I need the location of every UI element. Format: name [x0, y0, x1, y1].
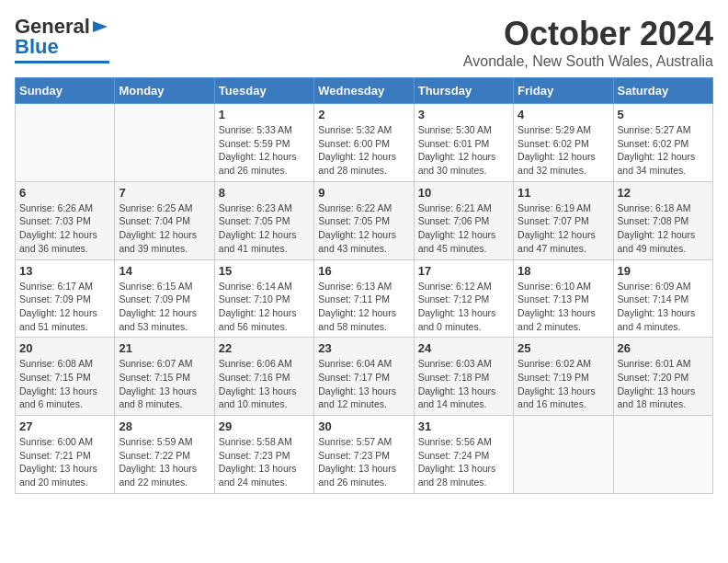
calendar-cell [613, 416, 712, 494]
header-row: Sunday Monday Tuesday Wednesday Thursday… [16, 78, 713, 104]
day-number: 7 [119, 186, 210, 200]
day-number: 6 [19, 186, 110, 200]
calendar-table: Sunday Monday Tuesday Wednesday Thursday… [15, 77, 713, 494]
calendar-cell: 5Sunrise: 5:27 AMSunset: 6:02 PMDaylight… [613, 104, 712, 182]
day-number: 1 [219, 108, 310, 121]
svg-marker-0 [93, 21, 108, 32]
day-number: 25 [518, 341, 609, 355]
day-detail: Sunrise: 6:22 AMSunset: 7:05 PMDaylight:… [318, 201, 409, 256]
day-detail: Sunrise: 5:32 AMSunset: 6:00 PMDaylight:… [318, 123, 409, 178]
day-number: 10 [418, 186, 509, 200]
calendar-cell: 26Sunrise: 6:01 AMSunset: 7:20 PMDayligh… [613, 338, 712, 416]
calendar-cell: 6Sunrise: 6:26 AMSunset: 7:03 PMDaylight… [16, 181, 115, 259]
day-number: 9 [318, 186, 409, 200]
week-row-3: 13Sunrise: 6:17 AMSunset: 7:09 PMDayligh… [16, 259, 713, 338]
calendar-cell: 15Sunrise: 6:14 AMSunset: 7:10 PMDayligh… [214, 259, 313, 338]
day-number: 31 [418, 419, 509, 433]
col-friday: Friday [514, 78, 613, 104]
calendar-cell [16, 104, 115, 182]
day-detail: Sunrise: 5:27 AMSunset: 6:02 PMDaylight:… [618, 123, 709, 178]
day-detail: Sunrise: 5:29 AMSunset: 6:02 PMDaylight:… [518, 123, 609, 178]
calendar-cell [115, 104, 214, 182]
calendar-cell: 30Sunrise: 5:57 AMSunset: 7:23 PMDayligh… [314, 416, 414, 494]
calendar-cell: 28Sunrise: 5:59 AMSunset: 7:22 PMDayligh… [115, 416, 214, 494]
day-detail: Sunrise: 5:33 AMSunset: 5:59 PMDaylight:… [219, 123, 310, 178]
calendar-cell: 24Sunrise: 6:03 AMSunset: 7:18 PMDayligh… [414, 338, 513, 416]
calendar-cell: 16Sunrise: 6:13 AMSunset: 7:11 PMDayligh… [314, 259, 414, 338]
calendar-cell: 7Sunrise: 6:25 AMSunset: 7:04 PMDaylight… [115, 181, 214, 259]
day-detail: Sunrise: 5:58 AMSunset: 7:23 PMDaylight:… [219, 435, 310, 489]
day-number: 4 [518, 108, 609, 121]
calendar-cell: 13Sunrise: 6:17 AMSunset: 7:09 PMDayligh… [16, 259, 115, 338]
day-detail: Sunrise: 6:03 AMSunset: 7:18 PMDaylight:… [418, 357, 509, 411]
calendar-cell: 20Sunrise: 6:08 AMSunset: 7:15 PMDayligh… [16, 338, 115, 416]
day-number: 27 [19, 419, 110, 433]
day-detail: Sunrise: 6:25 AMSunset: 7:04 PMDaylight:… [119, 201, 210, 256]
day-number: 28 [119, 419, 210, 433]
day-number: 17 [418, 264, 509, 278]
week-row-4: 20Sunrise: 6:08 AMSunset: 7:15 PMDayligh… [16, 338, 713, 416]
day-detail: Sunrise: 5:56 AMSunset: 7:24 PMDaylight:… [418, 435, 509, 489]
calendar-cell: 31Sunrise: 5:56 AMSunset: 7:24 PMDayligh… [414, 416, 513, 494]
calendar-cell: 14Sunrise: 6:15 AMSunset: 7:09 PMDayligh… [115, 259, 214, 338]
day-detail: Sunrise: 6:07 AMSunset: 7:15 PMDaylight:… [119, 357, 210, 411]
day-detail: Sunrise: 6:15 AMSunset: 7:09 PMDaylight:… [119, 280, 210, 334]
day-number: 15 [219, 264, 310, 278]
day-number: 22 [219, 341, 310, 355]
day-detail: Sunrise: 6:21 AMSunset: 7:06 PMDaylight:… [418, 201, 509, 256]
calendar-subtitle: Avondale, New South Wales, Australia [463, 53, 713, 70]
calendar-cell: 29Sunrise: 5:58 AMSunset: 7:23 PMDayligh… [214, 416, 313, 494]
day-number: 20 [19, 341, 110, 355]
col-monday: Monday [115, 78, 214, 104]
day-detail: Sunrise: 6:26 AMSunset: 7:03 PMDaylight:… [19, 201, 110, 256]
day-detail: Sunrise: 6:09 AMSunset: 7:14 PMDaylight:… [618, 280, 709, 334]
day-detail: Sunrise: 6:17 AMSunset: 7:09 PMDaylight:… [19, 280, 110, 334]
day-number: 19 [618, 264, 709, 278]
day-number: 21 [119, 341, 210, 355]
calendar-cell: 2Sunrise: 5:32 AMSunset: 6:00 PMDaylight… [314, 104, 414, 182]
calendar-cell: 1Sunrise: 5:33 AMSunset: 5:59 PMDaylight… [214, 104, 313, 182]
calendar-cell: 18Sunrise: 6:10 AMSunset: 7:13 PMDayligh… [514, 259, 613, 338]
day-number: 18 [518, 264, 609, 278]
day-detail: Sunrise: 5:30 AMSunset: 6:01 PMDaylight:… [418, 123, 509, 178]
col-wednesday: Wednesday [314, 78, 414, 104]
logo-blue: Blue [15, 35, 59, 59]
day-number: 26 [618, 341, 709, 355]
day-number: 16 [318, 264, 409, 278]
calendar-cell: 22Sunrise: 6:06 AMSunset: 7:16 PMDayligh… [214, 338, 313, 416]
day-detail: Sunrise: 6:10 AMSunset: 7:13 PMDaylight:… [518, 280, 609, 334]
day-detail: Sunrise: 5:59 AMSunset: 7:22 PMDaylight:… [119, 435, 210, 489]
calendar-cell: 19Sunrise: 6:09 AMSunset: 7:14 PMDayligh… [613, 259, 712, 338]
calendar-cell: 4Sunrise: 5:29 AMSunset: 6:02 PMDaylight… [514, 104, 613, 182]
day-detail: Sunrise: 6:12 AMSunset: 7:12 PMDaylight:… [418, 280, 509, 334]
calendar-cell: 17Sunrise: 6:12 AMSunset: 7:12 PMDayligh… [414, 259, 513, 338]
calendar-cell: 12Sunrise: 6:18 AMSunset: 7:08 PMDayligh… [613, 181, 712, 259]
day-detail: Sunrise: 6:04 AMSunset: 7:17 PMDaylight:… [318, 357, 409, 411]
col-thursday: Thursday [414, 78, 513, 104]
day-number: 14 [119, 264, 210, 278]
col-tuesday: Tuesday [214, 78, 313, 104]
col-sunday: Sunday [16, 78, 115, 104]
day-number: 8 [219, 186, 310, 200]
calendar-cell: 10Sunrise: 6:21 AMSunset: 7:06 PMDayligh… [414, 181, 513, 259]
day-number: 23 [318, 341, 409, 355]
page-header: General Blue October 2024 Avondale, New … [15, 15, 713, 70]
calendar-cell: 8Sunrise: 6:23 AMSunset: 7:05 PMDaylight… [214, 181, 313, 259]
calendar-cell: 21Sunrise: 6:07 AMSunset: 7:15 PMDayligh… [115, 338, 214, 416]
calendar-cell: 11Sunrise: 6:19 AMSunset: 7:07 PMDayligh… [514, 181, 613, 259]
day-number: 12 [618, 186, 709, 200]
day-detail: Sunrise: 6:08 AMSunset: 7:15 PMDaylight:… [19, 357, 110, 411]
day-number: 11 [518, 186, 609, 200]
calendar-cell: 9Sunrise: 6:22 AMSunset: 7:05 PMDaylight… [314, 181, 414, 259]
week-row-2: 6Sunrise: 6:26 AMSunset: 7:03 PMDaylight… [16, 181, 713, 259]
title-section: October 2024 Avondale, New South Wales, … [463, 15, 713, 70]
day-number: 13 [19, 264, 110, 278]
logo: General Blue [15, 15, 109, 63]
day-number: 29 [219, 419, 310, 433]
day-detail: Sunrise: 6:06 AMSunset: 7:16 PMDaylight:… [219, 357, 310, 411]
day-number: 24 [418, 341, 509, 355]
day-detail: Sunrise: 6:18 AMSunset: 7:08 PMDaylight:… [618, 201, 709, 256]
logo-arrow-icon [91, 17, 109, 36]
day-detail: Sunrise: 6:13 AMSunset: 7:11 PMDaylight:… [318, 280, 409, 334]
calendar-cell: 25Sunrise: 6:02 AMSunset: 7:19 PMDayligh… [514, 338, 613, 416]
